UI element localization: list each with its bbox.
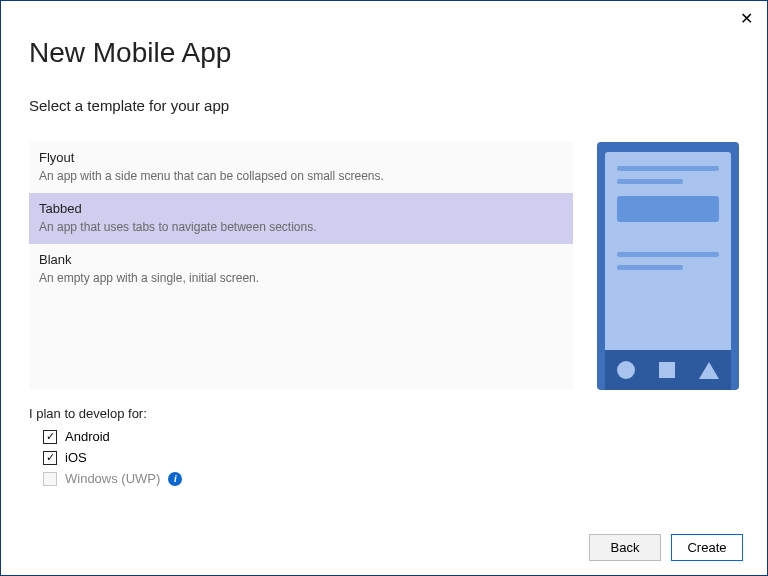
template-list: Flyout An app with a side menu that can …	[29, 142, 573, 390]
new-mobile-app-dialog: ✕ New Mobile App Select a template for y…	[0, 0, 768, 576]
dialog-subtitle: Select a template for your app	[29, 97, 739, 114]
platforms-label: I plan to develop for:	[29, 406, 739, 421]
platform-row-android: ✓ Android	[43, 429, 739, 444]
checkbox-windows-uwp	[43, 472, 57, 486]
template-item-blank[interactable]: Blank An empty app with a single, initia…	[29, 244, 573, 295]
preview-tabbar	[605, 350, 731, 390]
template-desc: An app that uses tabs to navigate betwee…	[39, 220, 563, 234]
platform-label: Windows (UWP)	[65, 471, 160, 486]
template-desc: An empty app with a single, initial scre…	[39, 271, 563, 285]
platform-row-ios: ✓ iOS	[43, 450, 739, 465]
platform-label: Android	[65, 429, 110, 444]
dialog-footer: Back Create	[589, 534, 743, 561]
back-button[interactable]: Back	[589, 534, 661, 561]
platforms-section: I plan to develop for: ✓ Android ✓ iOS W…	[29, 406, 739, 486]
info-icon[interactable]: i	[168, 472, 182, 486]
nav-square-icon	[659, 362, 675, 378]
preview-line	[617, 166, 719, 171]
preview-line	[617, 265, 683, 270]
dialog-title: New Mobile App	[29, 37, 739, 69]
preview-line	[617, 252, 719, 257]
template-desc: An app with a side menu that can be coll…	[39, 169, 563, 183]
close-button[interactable]: ✕	[740, 11, 753, 27]
platform-row-windows-uwp: Windows (UWP) i	[43, 471, 739, 486]
preview-block	[617, 196, 719, 222]
template-item-flyout[interactable]: Flyout An app with a side menu that can …	[29, 142, 573, 193]
template-name: Flyout	[39, 150, 563, 165]
nav-circle-icon	[617, 361, 635, 379]
platform-label: iOS	[65, 450, 87, 465]
preview-screen	[605, 152, 731, 350]
template-item-tabbed[interactable]: Tabbed An app that uses tabs to navigate…	[29, 193, 573, 244]
template-name: Tabbed	[39, 201, 563, 216]
template-name: Blank	[39, 252, 563, 267]
template-preview	[597, 142, 739, 390]
nav-triangle-icon	[699, 362, 719, 379]
preview-line	[617, 179, 683, 184]
checkbox-ios[interactable]: ✓	[43, 451, 57, 465]
checkbox-android[interactable]: ✓	[43, 430, 57, 444]
create-button[interactable]: Create	[671, 534, 743, 561]
